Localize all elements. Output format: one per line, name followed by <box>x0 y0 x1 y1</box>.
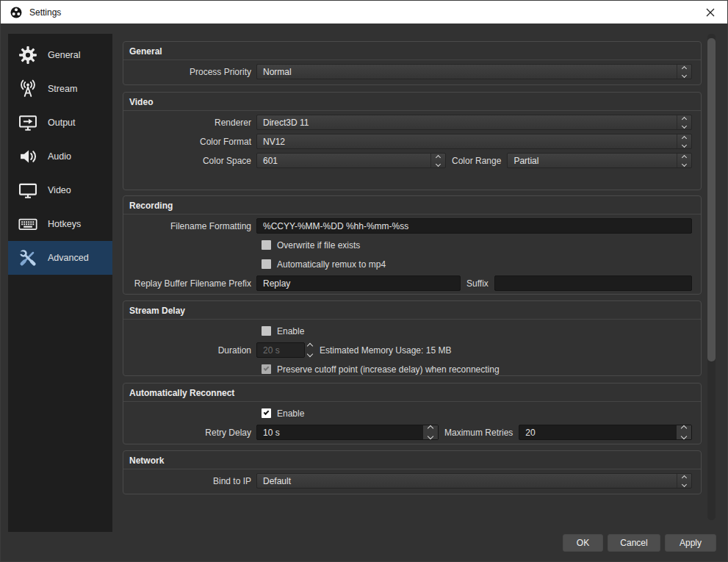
stream-delay-enable-checkbox[interactable] <box>262 326 271 336</box>
section-stream-delay: Stream Delay Enable Duration 20 s Estima… <box>123 300 702 376</box>
duration-spinner-arrows[interactable] <box>308 344 312 356</box>
max-retries-label: Maximum Retries <box>444 428 513 438</box>
combobox-value: 601 <box>257 154 430 167</box>
sidebar-item-label: Hotkeys <box>48 219 81 229</box>
output-icon <box>17 112 39 134</box>
bind-to-ip-label: Bind to IP <box>123 476 256 486</box>
section-title: Network <box>123 451 701 469</box>
sidebar-item-output[interactable]: Output <box>8 106 112 140</box>
color-space-label: Color Space <box>123 156 256 166</box>
window-title: Settings <box>29 7 61 18</box>
settings-window: Settings <box>0 0 728 562</box>
combobox-value: NV12 <box>257 134 677 148</box>
sidebar-item-hotkeys[interactable]: Hotkeys <box>8 207 112 241</box>
chevron-updown-icon[interactable] <box>677 474 691 488</box>
speaker-icon <box>17 145 39 167</box>
spinner-arrows[interactable] <box>677 425 691 439</box>
bind-to-ip-combobox[interactable]: Default <box>256 473 692 489</box>
color-range-label: Color Range <box>452 156 501 166</box>
sidebar-item-general[interactable]: General <box>8 38 112 72</box>
gear-icon <box>17 44 39 66</box>
preserve-cutoff-label: Preserve cutoff point (increase delay) w… <box>277 364 500 375</box>
keyboard-icon <box>17 213 39 235</box>
section-title: Recording <box>123 196 701 215</box>
sidebar-item-stream[interactable]: Stream <box>8 72 112 106</box>
section-auto-reconnect: Automatically Reconnect Enable Retry Del… <box>123 383 702 444</box>
ok-button[interactable]: OK <box>563 534 603 552</box>
sidebar-item-label: Advanced <box>48 253 89 263</box>
combobox-value: Direct3D 11 <box>257 115 677 129</box>
sidebar-item-advanced[interactable]: Advanced <box>8 241 112 275</box>
section-general: General Process Priority Normal <box>123 41 702 85</box>
sidebar-item-label: Video <box>48 185 71 195</box>
spinbox-value: 10 s <box>257 425 423 439</box>
cancel-button[interactable]: Cancel <box>608 534 660 552</box>
color-format-label: Color Format <box>123 137 256 147</box>
remux-checkbox-label: Automatically remux to mp4 <box>277 259 386 270</box>
duration-spinbox: 20 s <box>256 342 305 358</box>
renderer-combobox[interactable]: Direct3D 11 <box>256 115 692 130</box>
replay-prefix-label: Replay Buffer Filename Prefix <box>123 278 256 289</box>
sidebar-item-label: Audio <box>48 151 71 162</box>
tools-icon <box>17 247 39 269</box>
suffix-label: Suffix <box>466 278 489 289</box>
section-recording: Recording Filename Formatting Overwrite … <box>123 195 702 295</box>
settings-content: General Process Priority Normal Video Re… <box>123 41 702 500</box>
spinbox-value: 20 <box>519 425 677 439</box>
checkmark-icon <box>264 365 270 371</box>
retry-delay-label: Retry Delay <box>123 428 256 438</box>
spinbox-value: 20 s <box>257 343 304 357</box>
max-retries-spinbox[interactable]: 20 <box>519 425 692 440</box>
chevron-updown-icon[interactable] <box>677 115 691 129</box>
checkmark-icon <box>264 409 270 415</box>
color-range-combobox[interactable]: Partial <box>507 153 692 168</box>
section-video: Video Renderer Direct3D 11 Color Format … <box>123 92 702 190</box>
combobox-value: Default <box>257 474 677 488</box>
section-title: Stream Delay <box>123 301 701 320</box>
color-format-combobox[interactable]: NV12 <box>256 134 692 149</box>
memory-usage-text: Estimated Memory Usage: 15 MB <box>320 345 451 356</box>
preserve-cutoff-checkbox <box>262 364 271 374</box>
close-icon <box>706 8 715 17</box>
combobox-value: Normal <box>257 65 677 79</box>
sidebar-item-video[interactable]: Video <box>8 173 112 207</box>
process-priority-combobox[interactable]: Normal <box>256 64 692 79</box>
scrollbar-track[interactable] <box>707 34 716 520</box>
overwrite-checkbox[interactable] <box>262 240 271 250</box>
sidebar-item-label: Stream <box>48 84 77 94</box>
antenna-icon <box>17 78 39 100</box>
filename-formatting-input[interactable] <box>256 218 692 234</box>
color-space-combobox[interactable]: 601 <box>256 153 446 168</box>
combobox-value: Partial <box>508 154 677 167</box>
suffix-input[interactable] <box>494 275 692 291</box>
reconnect-enable-checkbox[interactable] <box>262 408 271 418</box>
obs-logo-icon <box>10 6 23 19</box>
sidebar-item-label: Output <box>48 118 76 128</box>
stream-delay-enable-label: Enable <box>277 326 304 336</box>
apply-button[interactable]: Apply <box>665 534 716 552</box>
footer-buttons: OK Cancel Apply <box>563 534 716 552</box>
titlebar[interactable]: Settings <box>1 1 727 24</box>
chevron-updown-icon[interactable] <box>677 134 691 148</box>
chevron-updown-icon[interactable] <box>430 154 445 167</box>
retry-delay-spinbox[interactable]: 10 s <box>256 425 439 440</box>
renderer-label: Renderer <box>123 118 256 128</box>
remux-checkbox[interactable] <box>262 259 271 269</box>
close-button[interactable] <box>693 1 727 24</box>
section-network: Network Bind to IP Default <box>123 450 702 494</box>
chevron-updown-icon[interactable] <box>677 154 691 167</box>
sidebar: General Stream <box>8 34 112 532</box>
filename-formatting-label: Filename Formatting <box>123 221 256 231</box>
process-priority-label: Process Priority <box>123 67 256 77</box>
section-title: Automatically Reconnect <box>123 383 701 402</box>
reconnect-enable-label: Enable <box>277 408 304 419</box>
replay-prefix-input[interactable] <box>256 275 461 291</box>
chevron-updown-icon[interactable] <box>677 65 691 79</box>
monitor-icon <box>17 179 39 201</box>
scrollbar-thumb[interactable] <box>707 38 716 361</box>
sidebar-item-label: General <box>48 50 80 60</box>
duration-label: Duration <box>123 345 256 356</box>
spinner-arrows[interactable] <box>423 425 438 439</box>
sidebar-item-audio[interactable]: Audio <box>8 140 112 173</box>
overwrite-checkbox-label: Overwrite if file exists <box>277 240 360 251</box>
